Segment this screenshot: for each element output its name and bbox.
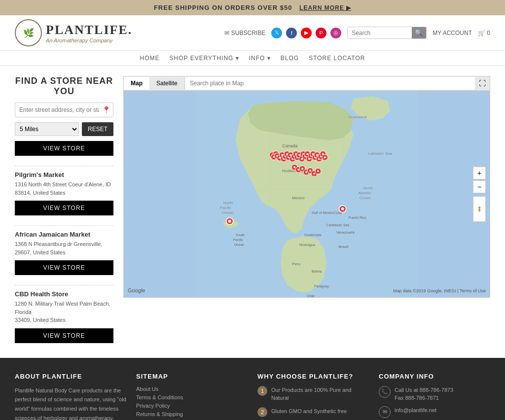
svg-text:North: North	[223, 201, 233, 205]
svg-point-82	[316, 154, 318, 156]
logo-name: PLANTLIFE.	[46, 23, 132, 37]
filter-row: 5 Miles 10 Miles 25 Miles 50 Miles RESET	[15, 122, 113, 136]
left-panel: FIND A STORE NEAR YOU 📍 5 Miles 10 Miles…	[15, 76, 113, 348]
why-num-1: 1	[257, 386, 267, 396]
address-input-wrap: 📍	[15, 103, 113, 117]
store-2-address: 1368 N Pleasantburg dr Greensville, 2960…	[15, 240, 113, 256]
map-tabs: Map Satellite ⛶	[123, 76, 490, 91]
view-store-button-top[interactable]: VIEW STORE	[15, 141, 113, 156]
pinterest-icon[interactable]: P	[316, 28, 326, 38]
svg-text:Mexico: Mexico	[292, 196, 305, 200]
svg-text:Ocean: Ocean	[234, 243, 245, 246]
miles-select[interactable]: 5 Miles 10 Miles 25 Miles 50 Miles	[15, 122, 79, 136]
phone-icon-1: 📞	[379, 386, 391, 398]
footer-link-returns[interactable]: Returns & Shipping	[136, 411, 248, 417]
map-svg: Greenland Canada Hudson Bay Labrador Sea…	[124, 91, 490, 297]
youtube-icon[interactable]: ▶	[301, 28, 312, 38]
footer-why-title: WHY CHOOSE PLANTLIFE?	[257, 373, 369, 380]
store-1-address: 1316 North 4th Street Coeur d'Alene, ID …	[15, 180, 113, 197]
header: 🌿 PLANTLIFE. An Aromatherapy Company ✉ S…	[0, 15, 505, 51]
svg-point-72	[306, 153, 308, 155]
svg-text:Labrador Sea: Labrador Sea	[368, 151, 392, 156]
svg-text:Pacific: Pacific	[233, 238, 244, 242]
map-zoom-out[interactable]: −	[473, 180, 486, 193]
google-logo: Google	[128, 287, 145, 293]
why-item-1: 1 Our Products are 100% Pure and Natural	[257, 386, 369, 402]
svg-text:Canada: Canada	[282, 143, 297, 148]
header-search: 🔍	[347, 27, 427, 39]
footer-about-title: ABOUT PLANTLIFE	[15, 373, 126, 380]
cart-link[interactable]: 🛒 0	[478, 30, 490, 36]
svg-text:South: South	[236, 233, 245, 237]
facebook-icon[interactable]: f	[286, 28, 297, 38]
store-item-1: Pilgrim's Market 1316 North 4th Street C…	[15, 171, 113, 220]
twitter-icon[interactable]: 𝕏	[271, 28, 282, 38]
footer-link-terms[interactable]: Terms & Conditions	[136, 394, 248, 400]
view-store-button-2[interactable]: VIEW STORE	[15, 260, 113, 275]
instagram-icon[interactable]: ◎	[330, 28, 341, 38]
nav-shop[interactable]: SHOP EVERYTHING ▾	[170, 55, 239, 62]
company-row-1: 📞 Call Us at 888-786-7873 Fax 888-786-78…	[379, 386, 490, 402]
svg-text:Caribbean Sea: Caribbean Sea	[326, 223, 350, 227]
header-top-row: ✉ SUBSCRIBE 𝕏 f ▶ P ◎ 🔍 MY ACCOUNT 🛒 0	[224, 27, 490, 39]
svg-text:Nicaragua: Nicaragua	[299, 243, 315, 247]
map-container[interactable]: Greenland Canada Hudson Bay Labrador Sea…	[123, 91, 490, 298]
address-input[interactable]	[15, 103, 113, 117]
company-text-1: Call Us at 888-786-7873 Fax 888-786-7871	[395, 386, 453, 402]
my-account-link[interactable]: MY ACCOUNT	[433, 30, 472, 36]
top-banner: FREE SHIPPING ON ORDERS OVER $50 LEARN M…	[0, 0, 505, 15]
tab-map[interactable]: Map	[124, 77, 149, 90]
svg-text:Peru: Peru	[292, 262, 300, 266]
nav-home[interactable]: HOME	[140, 55, 160, 62]
nav-store-locator[interactable]: STORE LOCATOR	[309, 55, 365, 62]
store-2-name: African Jamaican Market	[15, 231, 113, 238]
footer: ABOUT PLANTLIFE Plantlife Natural Body C…	[0, 358, 505, 420]
svg-point-98	[305, 171, 307, 173]
header-right: ✉ SUBSCRIBE 𝕏 f ▶ P ◎ 🔍 MY ACCOUNT 🛒 0	[224, 27, 490, 39]
svg-text:Chile: Chile	[307, 294, 315, 297]
svg-text:Ocean: Ocean	[222, 210, 233, 215]
tab-satellite[interactable]: Satellite	[149, 77, 184, 90]
footer-why: WHY CHOOSE PLANTLIFE? 1 Our Products are…	[257, 373, 369, 420]
social-icons: 𝕏 f ▶ P ◎	[271, 28, 341, 38]
svg-text:Guatemala: Guatemala	[304, 233, 321, 237]
svg-point-100	[309, 170, 311, 172]
map-fullscreen-button[interactable]: ⛶	[475, 76, 490, 90]
svg-point-90	[324, 156, 326, 158]
view-store-button-1[interactable]: VIEW STORE	[15, 201, 113, 215]
location-icon[interactable]: 📍	[102, 106, 110, 114]
svg-point-66	[301, 158, 303, 160]
why-num-2: 2	[257, 407, 267, 417]
footer-link-about[interactable]: About Us	[136, 386, 248, 392]
nav-blog[interactable]: BLOG	[281, 55, 299, 62]
map-controls: + − 🧍	[473, 167, 486, 222]
company-row-2: ✉ info@plantlife.net	[379, 406, 490, 418]
footer-company-title: COMPANY INFO	[379, 373, 490, 380]
svg-text:Pacific: Pacific	[220, 206, 231, 210]
nav-info[interactable]: INFO ▾	[249, 55, 271, 62]
reset-button[interactable]: RESET	[82, 122, 113, 136]
logo-text: PLANTLIFE. An Aromatherapy Company	[46, 23, 132, 43]
search-button[interactable]: 🔍	[412, 27, 426, 38]
footer-about-text: Plantlife Natural Body Care products are…	[15, 386, 126, 420]
search-input[interactable]	[348, 28, 412, 38]
svg-point-106	[228, 220, 231, 223]
map-person-icon[interactable]: 🧍	[473, 196, 486, 222]
logo-icon: 🌿	[15, 19, 42, 46]
view-store-button-3[interactable]: VIEW STORE	[15, 328, 113, 343]
store-divider-1	[15, 166, 113, 166]
footer-link-privacy[interactable]: Privacy Policy	[136, 403, 248, 409]
envelope-icon: ✉	[224, 30, 229, 36]
svg-point-96	[301, 168, 303, 170]
learn-more-link[interactable]: LEARN MORE ▶	[299, 4, 351, 11]
svg-text:Ocean: Ocean	[359, 196, 370, 200]
store-3-name: CBD Health Store	[15, 290, 113, 298]
subscribe-link[interactable]: ✉ SUBSCRIBE	[224, 30, 265, 36]
logo-area: 🌿 PLANTLIFE. An Aromatherapy Company	[15, 19, 132, 46]
map-search-input[interactable]	[184, 77, 475, 90]
store-divider-2	[15, 225, 113, 226]
logo-sub: An Aromatherapy Company	[46, 37, 132, 43]
map-zoom-in[interactable]: +	[473, 167, 486, 179]
main-content: FIND A STORE NEAR YOU 📍 5 Miles 10 Miles…	[0, 66, 505, 358]
footer-sitemap-title: SITEMAP	[136, 373, 248, 380]
